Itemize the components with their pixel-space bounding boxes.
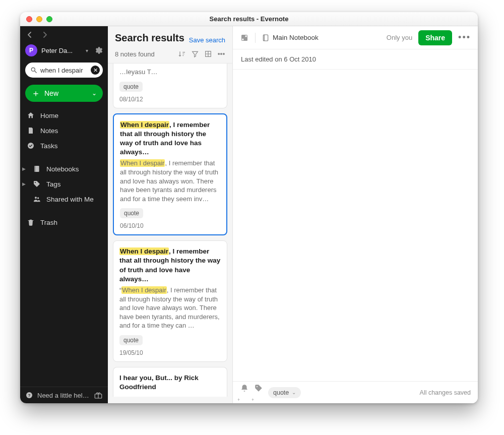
sidebar-item-label: Notes xyxy=(40,127,58,135)
sidebar-item-notes[interactable]: Notes xyxy=(20,123,108,138)
svg-text:+: + xyxy=(251,398,254,402)
gift-icon[interactable] xyxy=(94,391,103,399)
chevron-down-icon: ⌄ xyxy=(292,390,296,395)
sidebar-item-trash[interactable]: Trash xyxy=(20,215,108,230)
result-title: I hear you, But... by Rick Goodfriend xyxy=(119,374,221,392)
visibility-label[interactable]: Only you xyxy=(387,34,412,41)
nav-forward[interactable] xyxy=(40,30,49,39)
result-title: When I despair, I remember that all thro… xyxy=(120,120,220,157)
sidebar-group-tags[interactable]: ▶ Tags xyxy=(20,176,108,192)
result-snippet: “When I despair, I remember that all thr… xyxy=(119,286,221,330)
expand-button[interactable] xyxy=(240,33,249,42)
app-window: Search results - Evernote P Peter Da... … xyxy=(20,12,478,403)
account-name: Peter Da... xyxy=(41,47,82,54)
svg-point-5 xyxy=(35,182,36,183)
svg-point-2 xyxy=(28,143,34,149)
help-footer[interactable]: ? Need a little help? xyxy=(20,387,108,403)
results-count: 8 notes found xyxy=(115,50,155,58)
results-title: Search results xyxy=(115,32,184,44)
add-tag-button[interactable]: + xyxy=(254,384,263,402)
result-card[interactable]: …Ieyasu T… quote 08/10/12 xyxy=(113,64,227,108)
sidebar-item-label: Home xyxy=(40,112,58,119)
sidebar-group-label: Shared with Me xyxy=(46,196,94,203)
result-date: 08/10/12 xyxy=(119,96,221,103)
clear-search-button[interactable]: ✕ xyxy=(91,66,100,75)
result-snippet: When I despair, I remember that all thro… xyxy=(120,159,220,203)
svg-point-7 xyxy=(37,197,39,199)
note-footer: + + quote ⌄ All changes saved xyxy=(233,381,478,403)
result-title: When I despair, I remember that all thro… xyxy=(119,247,221,284)
result-card[interactable]: When I despair, I remember that all thro… xyxy=(113,240,227,362)
results-column: Search results Save search 8 notes found xyxy=(108,26,233,403)
tag-chip[interactable]: quote ⌄ xyxy=(268,387,301,398)
search-icon xyxy=(30,67,37,74)
note-icon xyxy=(26,127,35,135)
result-tag: quote xyxy=(119,335,143,345)
sidebar: P Peter Da... ▾ ✕ ＋ New xyxy=(20,26,108,403)
reminder-button[interactable]: + xyxy=(240,384,249,402)
svg-line-1 xyxy=(35,71,37,73)
sidebar-group-label: Notebooks xyxy=(46,165,79,173)
notebook-name: Main Notebook xyxy=(273,34,319,41)
disclosure-icon: ▶ xyxy=(22,181,27,187)
svg-text:?: ? xyxy=(28,393,31,398)
svg-point-0 xyxy=(31,68,35,71)
svg-point-19 xyxy=(257,386,258,387)
people-icon xyxy=(32,195,41,203)
result-date: 19/05/10 xyxy=(119,349,221,356)
home-icon xyxy=(26,111,35,119)
note-view: Main Notebook Only you Share ••• Last ed… xyxy=(233,26,478,403)
account-switcher[interactable]: P Peter Da... ▾ xyxy=(20,39,108,58)
notebook-icon xyxy=(262,34,270,42)
sidebar-group-shared[interactable]: Shared with Me xyxy=(20,192,108,207)
sidebar-item-label: Tasks xyxy=(40,142,58,150)
plus-icon: ＋ xyxy=(31,89,40,98)
note-body[interactable] xyxy=(233,70,478,381)
save-status: All changes saved xyxy=(420,389,471,396)
result-tag: quote xyxy=(120,208,143,218)
trash-icon xyxy=(26,218,35,226)
check-circle-icon xyxy=(26,142,35,150)
svg-point-6 xyxy=(35,197,37,199)
avatar: P xyxy=(25,44,37,56)
new-label: New xyxy=(44,89,58,97)
disclosure-icon: ▶ xyxy=(22,166,27,171)
search-field[interactable]: ✕ xyxy=(25,63,103,78)
note-toolbar: Main Notebook Only you Share ••• xyxy=(233,26,478,49)
more-actions-button[interactable]: ••• xyxy=(458,32,471,43)
svg-rect-4 xyxy=(34,166,35,172)
share-button[interactable]: Share xyxy=(418,30,452,45)
chevron-down-icon: ▾ xyxy=(86,48,88,53)
last-edited-label: Last edited on 6 Oct 2010 xyxy=(233,49,478,70)
notebook-icon xyxy=(32,165,41,173)
result-card[interactable]: I hear you, But... by Rick Goodfriend xyxy=(113,367,227,397)
result-card-selected[interactable]: When I despair, I remember that all thro… xyxy=(113,113,227,236)
window-title: Search results - Evernote xyxy=(20,15,478,23)
sidebar-group-label: Tags xyxy=(46,180,61,188)
settings-button[interactable] xyxy=(94,46,103,55)
sidebar-item-home[interactable]: Home xyxy=(20,108,108,123)
help-icon: ? xyxy=(25,391,33,399)
view-mode-button[interactable] xyxy=(204,50,212,58)
tag-icon xyxy=(32,180,41,188)
titlebar: Search results - Evernote xyxy=(20,12,478,26)
help-label: Need a little help? xyxy=(37,392,90,399)
sort-button[interactable] xyxy=(178,50,186,58)
more-button[interactable]: ••• xyxy=(217,50,225,58)
result-tag: quote xyxy=(119,82,143,92)
sidebar-group-notebooks[interactable]: ▶ Notebooks xyxy=(20,161,108,176)
svg-text:+: + xyxy=(237,398,240,402)
filter-button[interactable] xyxy=(191,50,199,58)
result-date: 06/10/10 xyxy=(120,222,220,229)
nav-back[interactable] xyxy=(25,30,34,39)
sidebar-item-tasks[interactable]: Tasks xyxy=(20,138,108,153)
save-search-link[interactable]: Save search xyxy=(189,36,225,44)
result-fragment: …Ieyasu T… xyxy=(119,68,221,77)
sidebar-item-label: Trash xyxy=(40,219,57,226)
chevron-down-icon: ⌄ xyxy=(92,90,97,97)
new-button[interactable]: ＋ New ⌄ xyxy=(25,85,103,102)
svg-rect-16 xyxy=(263,35,268,41)
search-input[interactable] xyxy=(40,67,88,74)
notebook-selector[interactable]: Main Notebook xyxy=(262,34,319,42)
